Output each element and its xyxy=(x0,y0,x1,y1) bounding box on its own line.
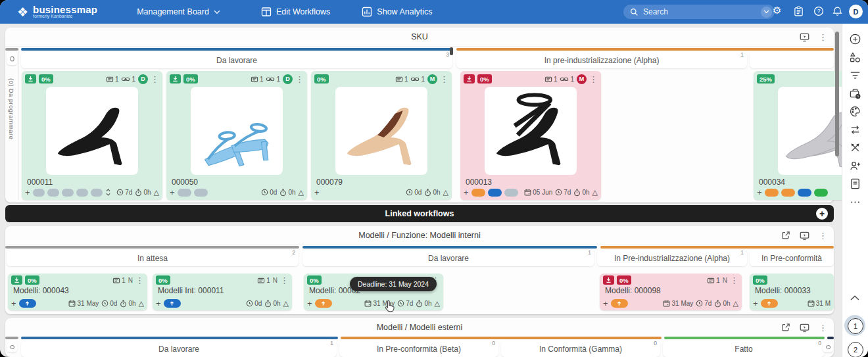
templates-button[interactable] xyxy=(849,178,861,190)
kanban-card[interactable]: 0%11M⋮000013+05 Jun7d0h△ xyxy=(460,71,601,200)
column-header[interactable]: In Pre-conformità (Beta)0 xyxy=(339,341,498,357)
block-warning-icon[interactable]: △ xyxy=(443,188,448,197)
board-selector[interactable]: Management Board xyxy=(137,7,220,16)
chevron-up-icon[interactable] xyxy=(850,295,860,301)
kanban-card[interactable]: 0%1N⋮Modelli Int: 000011+0d0h△ xyxy=(153,274,292,310)
tag-pill[interactable] xyxy=(47,189,59,197)
show-analytics-button[interactable]: Show Analytics xyxy=(362,7,432,17)
kanban-card[interactable]: 0%1N⋮Modelli: 000043+31 May0d0h△ xyxy=(8,274,147,310)
edit-workflows-button[interactable]: Edit Workflows xyxy=(261,7,330,17)
block-warning-icon[interactable]: △ xyxy=(154,188,159,197)
add-tag-button[interactable]: + xyxy=(757,188,762,197)
open-external-icon[interactable] xyxy=(781,231,790,240)
card-preview-icon[interactable] xyxy=(800,231,809,241)
tag-pill[interactable] xyxy=(76,189,88,197)
card-menu-button[interactable]: ⋮ xyxy=(135,276,144,285)
card-menu-button[interactable]: ⋮ xyxy=(589,75,598,83)
search-input[interactable]: Search xyxy=(623,5,775,19)
card-menu-button[interactable]: ⋮ xyxy=(280,276,289,285)
tag-pill[interactable] xyxy=(33,189,45,197)
priority-tag[interactable] xyxy=(164,299,181,308)
tag-pill[interactable] xyxy=(178,189,191,197)
priority-tag[interactable] xyxy=(19,299,36,308)
card-preview-icon[interactable] xyxy=(800,32,809,42)
block-warning-icon[interactable]: △ xyxy=(733,299,738,308)
more-button[interactable] xyxy=(849,196,861,208)
board-vertical-scrollbar[interactable] xyxy=(835,32,839,156)
card-preview-icon[interactable] xyxy=(800,323,809,333)
column-header[interactable]: In attesa2 xyxy=(7,250,299,266)
download-icon[interactable] xyxy=(603,275,614,285)
assignee-avatar[interactable]: D xyxy=(138,74,148,84)
tag-pill[interactable] xyxy=(504,189,518,197)
download-icon[interactable] xyxy=(464,74,475,83)
assignee-avatar[interactable]: D xyxy=(283,74,293,84)
kanban-card[interactable]: 0%11D⋮000050+0d0h△ xyxy=(166,71,307,200)
workflow-menu-button[interactable]: ⋮ xyxy=(819,231,827,240)
kanban-card[interactable]: 0%11D⋮000011+7d0h△ xyxy=(22,71,162,200)
add-tag-button[interactable]: + xyxy=(464,188,469,197)
add-tag-button[interactable]: + xyxy=(603,299,608,308)
add-tag-button[interactable]: + xyxy=(156,299,161,308)
priority-tag[interactable] xyxy=(761,299,778,308)
download-icon[interactable] xyxy=(25,74,36,83)
kanban-card[interactable]: 0%1N⋮Modelli: 000098+31 May7d0h△ xyxy=(600,274,742,310)
business-rules-button[interactable] xyxy=(849,87,861,100)
assignee-initial[interactable]: N xyxy=(273,277,277,284)
add-tag-button[interactable]: + xyxy=(314,188,320,197)
column-header[interactable]: In Pre-conformità xyxy=(750,250,834,266)
add-tag-button[interactable]: + xyxy=(170,188,175,197)
column-header[interactable]: Da lavorare1 xyxy=(21,341,337,357)
card-menu-button[interactable]: ⋮ xyxy=(730,276,738,285)
tag-pill[interactable] xyxy=(194,189,208,197)
column-header[interactable]: In Conformità (Gamma)0 xyxy=(501,341,660,357)
assignee-initial[interactable]: N xyxy=(128,277,133,284)
column-header[interactable] xyxy=(750,52,834,68)
block-warning-icon[interactable]: △ xyxy=(435,299,440,308)
tag-pill[interactable] xyxy=(62,189,74,197)
collapse-column-toggle[interactable] xyxy=(823,342,833,352)
notifications-bell-icon[interactable] xyxy=(832,6,842,17)
card-menu-button[interactable]: ⋮ xyxy=(295,75,304,83)
assignee-initial[interactable]: N xyxy=(723,277,727,284)
open-external-icon[interactable] xyxy=(781,323,790,332)
priority-tag[interactable] xyxy=(315,299,332,308)
page-1-button[interactable]: 1 xyxy=(848,318,863,334)
block-warning-icon[interactable]: △ xyxy=(283,299,289,308)
move-cards-button[interactable] xyxy=(849,124,861,136)
expand-collapse-icon[interactable] xyxy=(105,188,111,197)
user-avatar[interactable]: D xyxy=(849,5,863,18)
block-warning-icon[interactable]: △ xyxy=(592,188,598,197)
add-tag-button[interactable]: + xyxy=(25,188,30,197)
collapse-lane-toggle[interactable] xyxy=(7,52,17,65)
edit-tools-button[interactable] xyxy=(849,141,861,154)
page-2-button[interactable]: 2 xyxy=(848,342,863,357)
brand-logo[interactable]: ❖ businessmap formerly Kanbanize xyxy=(17,5,97,19)
activity-log-icon[interactable] xyxy=(794,6,804,17)
download-icon[interactable] xyxy=(11,275,22,285)
add-tag-button[interactable]: + xyxy=(753,299,758,308)
add-tag-button[interactable]: + xyxy=(11,299,16,308)
card-menu-button[interactable]: ⋮ xyxy=(440,75,448,83)
column-header[interactable]: Fatto0 xyxy=(663,341,825,357)
settings-gear-icon[interactable]: ⚙ xyxy=(773,5,781,15)
tag-pill[interactable] xyxy=(471,189,485,197)
block-warning-icon[interactable]: △ xyxy=(139,299,144,308)
column-header[interactable]: Da lavorare1 xyxy=(302,250,594,266)
workflow-menu-button[interactable]: ⋮ xyxy=(819,323,827,332)
add-tag-button[interactable]: + xyxy=(307,299,312,308)
tag-pill[interactable] xyxy=(91,189,103,197)
kanban-card[interactable]: 0%11M⋮000079+0d0h△ xyxy=(311,71,452,200)
customize-board-button[interactable] xyxy=(849,105,861,118)
add-linked-workflow-button[interactable]: + xyxy=(816,208,828,220)
kanban-card[interactable]: 0%Modelli: 000033+31 M xyxy=(750,274,834,310)
workflow-menu-button[interactable]: ⋮ xyxy=(819,33,827,41)
column-header[interactable]: Da lavorare3 xyxy=(21,52,452,68)
block-warning-icon[interactable]: △ xyxy=(299,188,304,197)
tag-pill[interactable] xyxy=(488,189,502,197)
tag-pill[interactable] xyxy=(781,189,795,197)
tag-pill[interactable] xyxy=(765,189,779,197)
add-card-button[interactable] xyxy=(849,33,861,45)
invite-user-button[interactable] xyxy=(849,160,861,172)
column-header[interactable]: In Pre-industrializzazione (Alpha)1 xyxy=(597,250,747,266)
